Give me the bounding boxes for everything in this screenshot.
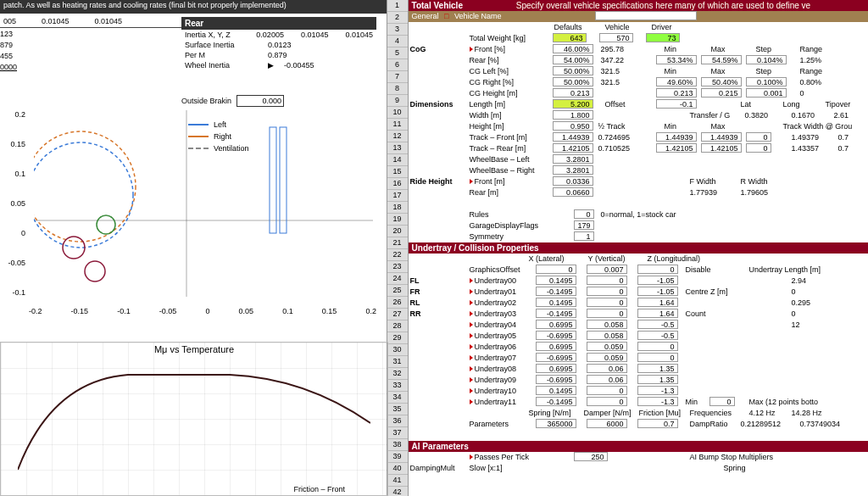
ut-z[interactable]: -1.05 (637, 276, 678, 285)
ut-z[interactable]: 0 (637, 342, 678, 351)
weight-vehicle[interactable]: 570 (599, 33, 633, 42)
dim-trear-max[interactable]: 1.42105 (701, 143, 742, 153)
ride-front-d[interactable]: 0.0336 (553, 176, 593, 186)
cog-left-d[interactable]: 50.00% (553, 66, 593, 75)
weight-driver[interactable]: 73 (646, 33, 680, 42)
dim-height: Height [m] 0.950 ½ Track Min Max Track W… (409, 121, 868, 132)
ut-z[interactable]: 1.35 (637, 375, 678, 384)
passes-d[interactable]: 250 (574, 452, 608, 461)
dim-trear-st[interactable]: 0 (746, 143, 771, 153)
params-damper[interactable]: 6000 (587, 419, 627, 428)
ut-x[interactable]: 0.1495 (536, 298, 576, 307)
ut-extra: 2.94 (790, 276, 809, 287)
ut-name: Undertray11 (468, 397, 519, 408)
row-number: 34 (387, 392, 408, 404)
dim-tfront-d[interactable]: 1.44939 (553, 132, 593, 142)
ut-y[interactable]: 0.06 (587, 375, 627, 384)
ut-x[interactable]: -0.1495 (536, 287, 576, 296)
garage-d[interactable]: 179 (574, 220, 594, 230)
params-spring[interactable]: 365000 (536, 419, 576, 428)
ut-x[interactable]: -0.6995 (536, 353, 576, 362)
ut-name: Undertray02 (468, 298, 519, 309)
ut-x[interactable]: 0.6995 (536, 320, 576, 329)
params-label: Parameters (468, 419, 511, 430)
outside-braking-input[interactable] (236, 95, 284, 107)
ut-x[interactable]: -0.6995 (536, 331, 576, 340)
ut-x[interactable]: -0.1495 (536, 397, 576, 406)
dim-height-d[interactable]: 0.950 (553, 121, 593, 131)
ut-z[interactable]: -1.05 (637, 287, 678, 296)
vehicle-name-cell[interactable]: FISI2012 (595, 11, 697, 20)
cog-height-step[interactable]: 0.001 (746, 88, 787, 98)
l-max2: Max (709, 66, 727, 77)
cog-right-step[interactable]: 0.100% (746, 77, 787, 86)
params-friction[interactable]: 0.7 (637, 419, 678, 428)
ut-y[interactable]: 0 (587, 397, 627, 406)
cog-front-label: Front [%] (468, 44, 508, 55)
cog-rear: Rear [%] 54.00% 347.22 53.34% 54.59% 0.1… (409, 55, 868, 66)
ut-z[interactable]: -1.3 (637, 386, 678, 395)
symmetry-d[interactable]: 1 (574, 231, 594, 241)
dim-tfront-max[interactable]: 1.44939 (701, 132, 742, 142)
weight-defaults[interactable]: 643 (553, 33, 587, 42)
cog-rear-max[interactable]: 54.59% (701, 55, 742, 64)
ut-x[interactable]: 0.6995 (536, 342, 576, 351)
cog-rear-step[interactable]: 0.104% (746, 55, 787, 64)
ut-y[interactable]: 0 (587, 298, 627, 307)
cog-rear-min[interactable]: 53.34% (656, 55, 697, 64)
dim-trear-min[interactable]: 1.42105 (656, 143, 697, 153)
cog-height-d[interactable]: 0.213 (553, 88, 593, 98)
ut-y[interactable]: 0.058 (587, 331, 627, 340)
dim-width-d[interactable]: 1.800 (553, 110, 593, 120)
ut-y[interactable]: 0 (587, 386, 627, 395)
dim-trear-d[interactable]: 1.42105 (553, 143, 593, 153)
ut-y[interactable]: 0.059 (587, 342, 627, 351)
garage-row: GarageDisplayFlags 179 (409, 220, 868, 231)
dim-wbleft-d[interactable]: 3.2801 (553, 154, 593, 164)
ut-z[interactable]: 1.35 (637, 364, 678, 373)
ut-z[interactable]: 0 (637, 353, 678, 362)
ut-x[interactable]: -0.1495 (536, 309, 576, 318)
ut-z[interactable]: -0.5 (637, 331, 678, 340)
go-z[interactable]: 0 (637, 265, 678, 274)
half-track-l: ½ Track (597, 121, 627, 132)
go-y[interactable]: 0.007 (587, 265, 627, 274)
rules-d[interactable]: 0 (574, 209, 594, 219)
yt1: 0.15 (0, 140, 25, 148)
dim-tfront-st[interactable]: 0 (746, 132, 771, 142)
ut-min[interactable]: 0 (709, 397, 735, 406)
ut-z[interactable]: 1.64 (637, 309, 678, 318)
ut-z[interactable]: 1.64 (637, 298, 678, 307)
ut-x[interactable]: -0.6995 (536, 375, 576, 384)
dim-length-d[interactable]: 5.200 (553, 99, 593, 109)
ut-x[interactable]: 0.1495 (536, 276, 576, 285)
dim-tfront-min[interactable]: 1.44939 (656, 132, 697, 142)
t3: 2.61 (832, 110, 851, 121)
dim-offset[interactable]: -0.1 (656, 99, 697, 109)
ut-x[interactable]: 0.6995 (536, 364, 576, 373)
ut-y[interactable]: 0 (587, 276, 627, 285)
ut-y[interactable]: 0 (587, 309, 627, 318)
row-number: 37 (387, 427, 408, 439)
ut-y[interactable]: 0.058 (587, 320, 627, 329)
cog-height-min[interactable]: 0.213 (656, 88, 697, 98)
ut-z[interactable]: -1.3 (637, 397, 678, 406)
ut-y[interactable]: 0 (587, 287, 627, 296)
dim-wbright-d[interactable]: 3.2801 (553, 165, 593, 175)
cog-front-d[interactable]: 46.00% (553, 44, 593, 53)
cog-rear-d[interactable]: 54.00% (553, 55, 593, 64)
ride-rear-d[interactable]: 0.0660 (553, 187, 593, 197)
ut-x[interactable]: 0.1495 (536, 386, 576, 395)
cog-height-max[interactable]: 0.215 (701, 88, 742, 98)
ut-z[interactable]: -0.5 (637, 320, 678, 329)
go-x[interactable]: 0 (536, 265, 576, 274)
cog-right-d[interactable]: 50.00% (553, 77, 593, 86)
ut-hx: X (Lateral) (527, 254, 566, 265)
cog-right-max[interactable]: 50.40% (701, 77, 742, 86)
ut-y[interactable]: 0.059 (587, 353, 627, 362)
axis-v0: 005 (3, 17, 16, 25)
weight-label: Total Weight [kg] (468, 33, 527, 44)
spreadsheet[interactable]: Total Vehicle Specify overall vehicle sp… (409, 0, 868, 496)
ut-y[interactable]: 0.06 (587, 364, 627, 373)
cog-right-min[interactable]: 49.60% (656, 77, 697, 86)
